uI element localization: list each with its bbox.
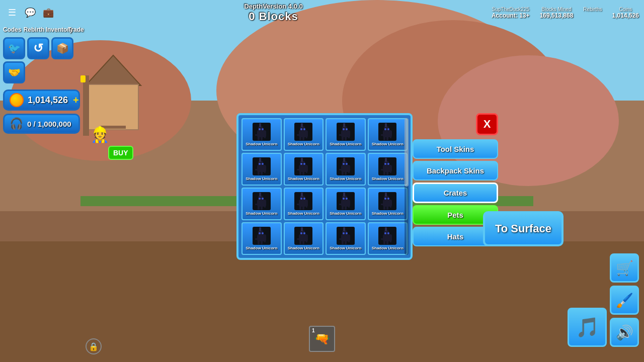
sound-icon: 🔊 <box>616 324 633 341</box>
headphone-icon: 🎧 <box>10 117 23 130</box>
tool-skins-button[interactable]: Tool Skins <box>413 139 498 159</box>
inventory-cell-8[interactable]: Shadow Unicorn <box>242 188 282 220</box>
rebirth-button[interactable]: ↺ <box>27 37 49 59</box>
svg-rect-70 <box>343 158 345 162</box>
music-button[interactable]: 🎵 <box>568 308 607 347</box>
svg-rect-91 <box>258 206 260 210</box>
svg-point-143 <box>343 232 345 234</box>
inventory-button[interactable]: 📦 <box>51 37 73 59</box>
svg-rect-56 <box>261 171 263 175</box>
hotbar-slot-1[interactable]: 1 🔫 <box>309 326 335 352</box>
inventory-cell-14[interactable]: Shadow Unicorn <box>326 222 366 255</box>
paint-button[interactable]: 🖌️ <box>610 286 639 315</box>
inventory-cell-6[interactable]: Shadow Unicorn <box>326 153 366 186</box>
hotbar-number: 1 <box>312 328 315 333</box>
inventory-scrollbar[interactable] <box>405 118 409 255</box>
svg-rect-65 <box>302 171 304 175</box>
svg-rect-118 <box>383 206 385 210</box>
lock-icon: 🔒 <box>89 342 99 351</box>
backpack-skins-button[interactable]: Backpack Skins <box>413 161 498 180</box>
svg-rect-82 <box>383 171 385 175</box>
chat-icon[interactable]: 💬 <box>23 6 37 20</box>
menu-icon[interactable]: ☰ <box>5 6 19 20</box>
svg-rect-110 <box>345 206 347 210</box>
svg-point-126 <box>262 232 264 234</box>
inventory-cell-11[interactable]: Shadow Unicorn <box>368 188 408 220</box>
svg-rect-103 <box>297 204 300 205</box>
svg-rect-154 <box>383 240 385 244</box>
svg-rect-119 <box>386 206 388 210</box>
svg-rect-138 <box>306 239 307 242</box>
codes-button[interactable]: 🐦 <box>3 37 25 59</box>
inventory-cell-13[interactable]: Shadow Unicorn <box>284 222 324 255</box>
item-name-6: Shadow Unicorn <box>330 177 361 182</box>
item-sprite-13 <box>294 226 313 245</box>
box-icon: 📦 <box>56 42 69 54</box>
svg-rect-155 <box>386 240 388 244</box>
inventory-cell-9[interactable]: Shadow Unicorn <box>284 188 324 220</box>
svg-rect-73 <box>342 171 344 175</box>
item-sprite-11 <box>378 192 397 211</box>
svg-point-108 <box>346 198 348 200</box>
crates-button[interactable]: Crates <box>413 183 498 203</box>
svg-rect-61 <box>301 158 303 162</box>
svg-rect-37 <box>342 136 344 140</box>
item-name-7: Shadow Unicorn <box>372 177 404 182</box>
action-buttons: 🐦 ↺ 📦 🤝 <box>0 34 83 86</box>
svg-point-53 <box>259 163 261 165</box>
add-coins-button[interactable]: + <box>73 95 79 106</box>
cart-button[interactable]: 🛒 <box>610 253 639 283</box>
svg-rect-84 <box>390 170 391 173</box>
close-button[interactable]: X <box>476 113 498 135</box>
svg-point-153 <box>387 232 389 234</box>
inventory-cell-12[interactable]: Shadow Unicorn <box>242 222 282 255</box>
trade-label: Trade <box>68 26 84 33</box>
buy-button[interactable]: BUY <box>108 146 133 160</box>
item-name-11: Shadow Unicorn <box>372 212 404 216</box>
inventory-cell-15[interactable]: Shadow Unicorn <box>368 222 408 255</box>
inventory-cell-5[interactable]: Shadow Unicorn <box>284 153 324 186</box>
svg-rect-151 <box>385 227 387 231</box>
svg-point-99 <box>303 198 305 200</box>
item-name-13: Shadow Unicorn <box>288 246 319 251</box>
svg-rect-129 <box>264 239 266 242</box>
inventory-cell-10[interactable]: Shadow Unicorn <box>326 188 366 220</box>
svg-point-117 <box>387 198 389 200</box>
svg-rect-75 <box>348 170 350 173</box>
music-note-icon: 🎵 <box>576 316 599 338</box>
svg-rect-136 <box>299 240 301 244</box>
paint-icon: 🖌️ <box>616 292 633 309</box>
svg-rect-133 <box>301 227 303 231</box>
svg-rect-43 <box>385 123 387 127</box>
svg-rect-139 <box>297 238 300 240</box>
hotbar-item: 🔫 <box>314 332 330 346</box>
svg-rect-137 <box>302 240 304 244</box>
inventory-cell-1[interactable]: Shadow Unicorn <box>284 118 324 151</box>
shadow-unicorn-sprite <box>294 157 312 175</box>
inventory-cell-4[interactable]: Shadow Unicorn <box>242 153 282 186</box>
inventory-cell-2[interactable]: Shadow Unicorn <box>326 118 366 151</box>
svg-rect-157 <box>381 238 384 240</box>
svg-rect-48 <box>390 135 391 138</box>
svg-point-54 <box>262 163 264 165</box>
inventory-cell-3[interactable]: Shadow Unicorn <box>368 118 408 151</box>
svg-rect-67 <box>297 169 300 170</box>
svg-rect-20 <box>261 136 263 140</box>
backpack-hud-icon[interactable]: 💼 <box>41 6 55 20</box>
svg-point-35 <box>343 128 345 130</box>
svg-rect-47 <box>386 136 388 140</box>
item-sprite-10 <box>336 192 355 211</box>
svg-rect-145 <box>342 240 344 244</box>
trade-button[interactable]: 🤝 <box>3 61 25 83</box>
to-surface-button[interactable]: To Surface <box>483 211 564 246</box>
shadow-unicorn-sprite <box>378 123 396 141</box>
item-name-2: Shadow Unicorn <box>330 142 361 147</box>
svg-rect-130 <box>255 238 258 240</box>
svg-point-144 <box>346 232 348 234</box>
inventory-cell-7[interactable]: Shadow Unicorn <box>368 153 408 186</box>
currency-row: 1,014,526 + <box>3 89 80 111</box>
sound-button[interactable]: 🔊 <box>610 318 639 347</box>
inventory-cell-0[interactable]: Shadow Unicorn <box>242 118 282 151</box>
lock-button[interactable]: 🔒 <box>86 338 102 354</box>
shadow-unicorn-sprite <box>337 192 355 210</box>
